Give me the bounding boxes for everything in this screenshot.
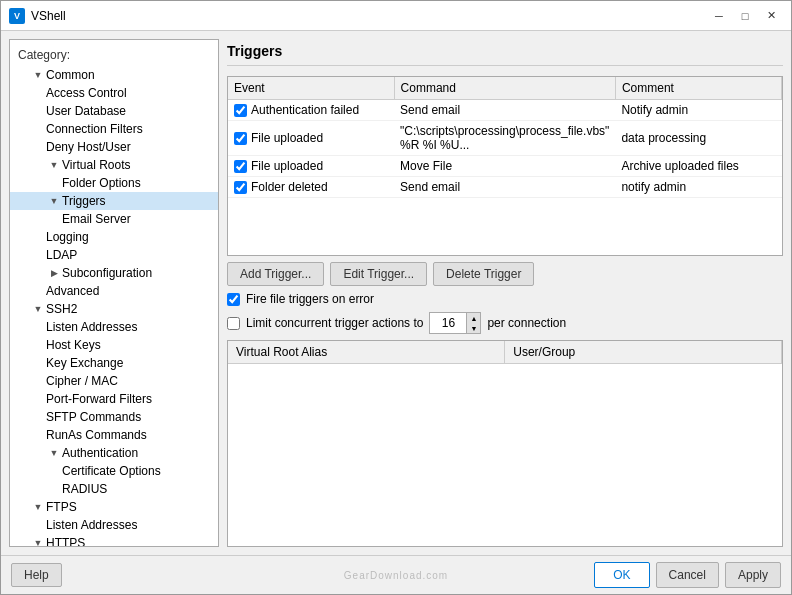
trigger-buttons-row: Add Trigger... Edit Trigger... Delete Tr… [227,262,783,286]
close-button[interactable]: ✕ [759,6,783,26]
sidebar-item-access-control[interactable]: Access Control [10,84,218,102]
limit-value-input[interactable] [430,314,466,332]
sidebar-item-label-common: Common [46,68,95,82]
fire-triggers-checkbox[interactable] [227,293,240,306]
delete-trigger-button[interactable]: Delete Trigger [433,262,534,286]
trigger-checkbox[interactable] [234,104,247,117]
fire-triggers-row: Fire file triggers on error [227,292,783,306]
expand-icon-common: ▼ [30,70,46,80]
sidebar-item-listen-addresses-ssh2[interactable]: Listen Addresses [10,318,218,336]
sidebar-item-logging[interactable]: Logging [10,228,218,246]
sidebar-item-label: Advanced [46,284,99,298]
vroot-table: Virtual Root Alias User/Group [228,341,782,364]
sidebar-item-label: User Database [46,104,126,118]
sidebar-item-key-exchange[interactable]: Key Exchange [10,354,218,372]
sidebar-item-triggers[interactable]: ▼ Triggers [10,192,218,210]
edit-trigger-button[interactable]: Edit Trigger... [330,262,427,286]
help-button[interactable]: Help [11,563,62,587]
sidebar-item-deny-host-user[interactable]: Deny Host/User [10,138,218,156]
sidebar-item-email-server[interactable]: Email Server [10,210,218,228]
sidebar-item-user-database[interactable]: User Database [10,102,218,120]
sidebar-item-label: Port-Forward Filters [46,392,152,406]
table-row[interactable]: File uploaded"C:\scripts\processing\proc… [228,121,782,156]
fire-triggers-label[interactable]: Fire file triggers on error [246,292,374,306]
sidebar-item-port-forward-filters[interactable]: Port-Forward Filters [10,390,218,408]
main-window: V VShell ─ □ ✕ Category: ▼ Common Access… [0,0,792,595]
window-title: VShell [31,9,707,23]
trigger-event: File uploaded [251,131,323,145]
triggers-table-container: Event Command Comment Authentication fai… [227,76,783,256]
sidebar-item-connection-filters[interactable]: Connection Filters [10,120,218,138]
sidebar-item-ldap[interactable]: LDAP [10,246,218,264]
sidebar-item-label: Logging [46,230,89,244]
trigger-command: Move File [394,156,615,177]
bottom-right-buttons: OK Cancel Apply [594,562,781,588]
trigger-checkbox[interactable] [234,181,247,194]
sidebar-item-label: Certificate Options [62,464,161,478]
expand-icon-ssh2: ▼ [30,304,46,314]
vroot-col-usergroup: User/Group [505,341,782,364]
sidebar-item-label: Cipher / MAC [46,374,118,388]
sidebar-item-ssh2[interactable]: ▼ SSH2 [10,300,218,318]
category-label: Category: [10,44,218,66]
trigger-comment: Notify admin [615,100,781,121]
trigger-comment: data processing [615,121,781,156]
sidebar-item-subconfiguration[interactable]: ▶ Subconfiguration [10,264,218,282]
sidebar-item-cipher-mac[interactable]: Cipher / MAC [10,372,218,390]
sidebar-item-label: Access Control [46,86,127,100]
add-trigger-button[interactable]: Add Trigger... [227,262,324,286]
trigger-event: Folder deleted [251,180,328,194]
spinner-wrap: ▲ ▼ [429,312,481,334]
sidebar-item-advanced[interactable]: Advanced [10,282,218,300]
sidebar-item-authentication[interactable]: ▼ Authentication [10,444,218,462]
sidebar-item-common[interactable]: ▼ Common [10,66,218,84]
sidebar-item-label: HTTPS [46,536,85,547]
sidebar-item-label: LDAP [46,248,77,262]
spinner-down-button[interactable]: ▼ [466,323,480,333]
expand-icon-ftps: ▼ [30,502,46,512]
spinner-up-button[interactable]: ▲ [466,313,480,323]
sidebar-item-label: Virtual Roots [62,158,130,172]
sidebar-item-folder-options[interactable]: Folder Options [10,174,218,192]
sidebar-item-sftp-commands[interactable]: SFTP Commands [10,408,218,426]
sidebar-item-certificate-options[interactable]: Certificate Options [10,462,218,480]
trigger-event: File uploaded [251,159,323,173]
trigger-command: Send email [394,100,615,121]
expand-icon-triggers: ▼ [46,196,62,206]
vroot-table-container: Virtual Root Alias User/Group [227,340,783,547]
table-row[interactable]: Authentication failedSend emailNotify ad… [228,100,782,121]
table-row[interactable]: File uploadedMove FileArchive uploaded f… [228,156,782,177]
sidebar-item-label: Triggers [62,194,106,208]
sidebar-item-label: Host Keys [46,338,101,352]
sidebar-item-listen-addresses-ftps[interactable]: Listen Addresses [10,516,218,534]
sidebar-item-label: Email Server [62,212,131,226]
title-bar-controls: ─ □ ✕ [707,6,783,26]
ok-button[interactable]: OK [594,562,649,588]
bottom-bar: Help OK Cancel Apply [1,555,791,594]
sidebar-item-label: Connection Filters [46,122,143,136]
sidebar-item-https[interactable]: ▼ HTTPS [10,534,218,547]
limit-concurrent-label[interactable]: Limit concurrent trigger actions to [246,316,423,330]
sidebar-item-radius[interactable]: RADIUS [10,480,218,498]
trigger-comment: notify admin [615,177,781,198]
sidebar-item-label: Authentication [62,446,138,460]
main-content: Category: ▼ Common Access Control User D… [1,31,791,555]
minimize-button[interactable]: ─ [707,6,731,26]
sidebar-item-label: Key Exchange [46,356,123,370]
trigger-checkbox[interactable] [234,160,247,173]
sidebar-item-virtual-roots[interactable]: ▼ Virtual Roots [10,156,218,174]
col-header-event: Event [228,77,394,100]
trigger-checkbox[interactable] [234,132,247,145]
limit-concurrent-checkbox[interactable] [227,317,240,330]
sidebar-item-host-keys[interactable]: Host Keys [10,336,218,354]
sidebar-item-runas-commands[interactable]: RunAs Commands [10,426,218,444]
spinner-buttons: ▲ ▼ [466,313,480,333]
col-header-command: Command [394,77,615,100]
sidebar-item-ftps[interactable]: ▼ FTPS [10,498,218,516]
cancel-button[interactable]: Cancel [656,562,719,588]
maximize-button[interactable]: □ [733,6,757,26]
apply-button[interactable]: Apply [725,562,781,588]
sidebar-item-label: Subconfiguration [62,266,152,280]
sidebar-item-label: Listen Addresses [46,320,137,334]
table-row[interactable]: Folder deletedSend emailnotify admin [228,177,782,198]
